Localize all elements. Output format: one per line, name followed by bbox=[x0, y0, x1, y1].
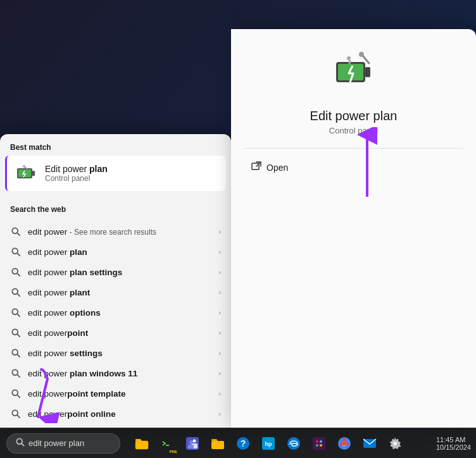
app-icon-large bbox=[329, 48, 379, 99]
clock: 11:45 AM10/15/2024 bbox=[436, 436, 471, 451]
web-item-4[interactable]: edit power options › bbox=[0, 302, 231, 323]
search-icon-2 bbox=[10, 266, 22, 278]
taskbar-search[interactable]: edit power plan bbox=[6, 433, 120, 454]
svg-point-4 bbox=[23, 165, 25, 168]
right-panel-title: Edit power plan bbox=[310, 109, 398, 123]
svg-line-34 bbox=[22, 443, 24, 446]
web-item-text-2: edit power plan settings bbox=[28, 268, 218, 277]
svg-line-6 bbox=[17, 233, 20, 235]
svg-text:?: ? bbox=[241, 438, 246, 449]
desktop: Best match bbox=[0, 0, 476, 458]
taskbar-icon-help[interactable]: ? bbox=[232, 432, 254, 455]
svg-point-54 bbox=[320, 444, 322, 447]
taskbar-icon-chrome[interactable] bbox=[333, 432, 356, 455]
taskbar-icon-edge[interactable] bbox=[282, 432, 305, 455]
search-icon-4 bbox=[10, 307, 22, 318]
web-item-arrow-5: › bbox=[218, 329, 221, 337]
svg-point-42 bbox=[189, 440, 193, 444]
svg-point-51 bbox=[316, 440, 318, 443]
taskbar-icon-file-explorer[interactable] bbox=[130, 432, 153, 455]
svg-line-12 bbox=[17, 294, 20, 296]
svg-rect-27 bbox=[365, 67, 370, 77]
web-item-0[interactable]: edit power - See more search results › bbox=[0, 221, 231, 242]
web-item-2[interactable]: edit power plan settings › bbox=[0, 262, 231, 282]
svg-rect-30 bbox=[252, 163, 259, 170]
web-item-text-6: edit power settings bbox=[28, 349, 218, 358]
svg-line-16 bbox=[17, 334, 20, 337]
web-item-arrow-9: › bbox=[218, 410, 221, 418]
web-item-arrow-3: › bbox=[218, 288, 221, 296]
search-icon-6 bbox=[10, 347, 22, 359]
svg-point-40 bbox=[193, 439, 196, 442]
best-match-text: Edit power plan Control panel bbox=[45, 164, 108, 183]
svg-point-52 bbox=[320, 440, 322, 443]
right-panel: Edit power plan Control panel Open bbox=[231, 29, 476, 428]
taskbar-icon-folder[interactable] bbox=[206, 432, 229, 455]
svg-rect-43 bbox=[188, 445, 194, 449]
svg-text:hp: hp bbox=[265, 441, 272, 447]
web-item-text-0: edit power - See more search results bbox=[28, 227, 218, 237]
svg-line-10 bbox=[17, 273, 20, 276]
svg-rect-37 bbox=[161, 438, 173, 449]
search-icon-0 bbox=[10, 226, 22, 237]
best-match-result[interactable]: Edit power plan Control panel bbox=[5, 156, 226, 191]
web-item-arrow-0: › bbox=[218, 228, 221, 235]
open-label: Open bbox=[266, 163, 288, 173]
search-icon-3 bbox=[10, 287, 22, 298]
svg-point-28 bbox=[347, 56, 351, 60]
svg-rect-35 bbox=[135, 441, 148, 449]
web-item-5[interactable]: edit powerpoint › bbox=[0, 323, 231, 343]
open-icon bbox=[251, 161, 261, 173]
web-item-1[interactable]: edit power plan › bbox=[0, 242, 231, 262]
svg-line-8 bbox=[17, 253, 20, 256]
svg-rect-50 bbox=[313, 437, 325, 450]
web-section-label: Search the web bbox=[0, 196, 231, 218]
web-item-arrow-7: › bbox=[218, 369, 221, 377]
taskbar-icon-settings[interactable] bbox=[384, 432, 406, 455]
taskbar-icons: PRE bbox=[130, 432, 406, 455]
svg-rect-2 bbox=[32, 171, 35, 176]
web-item-text-1: edit power plan bbox=[28, 247, 218, 257]
svg-rect-44 bbox=[211, 441, 224, 449]
taskbar-right: 11:45 AM10/15/2024 bbox=[436, 436, 476, 451]
taskbar-icon-mail[interactable] bbox=[358, 432, 381, 455]
svg-line-14 bbox=[17, 314, 20, 316]
best-match-title: Edit power plan bbox=[45, 164, 108, 174]
svg-point-53 bbox=[316, 444, 318, 447]
taskbar-icon-teams[interactable] bbox=[181, 432, 204, 455]
web-item-arrow-2: › bbox=[218, 268, 221, 276]
search-icon-1 bbox=[10, 246, 22, 257]
svg-rect-1 bbox=[18, 170, 31, 177]
svg-point-29 bbox=[359, 52, 364, 57]
taskbar-icon-slack[interactable] bbox=[308, 432, 330, 455]
annotation-arrow-down bbox=[9, 366, 60, 423]
web-item-arrow-4: › bbox=[218, 309, 221, 316]
web-item-arrow-8: › bbox=[218, 390, 221, 397]
taskbar-search-text: edit power plan bbox=[28, 438, 84, 448]
web-item-text-3: edit power plant bbox=[28, 288, 218, 297]
web-item-arrow-6: › bbox=[218, 349, 221, 357]
best-match-subtitle: Control panel bbox=[45, 174, 108, 183]
taskbar: edit power plan PRE bbox=[0, 428, 476, 458]
taskbar-icon-terminal[interactable]: PRE bbox=[156, 432, 178, 455]
annotation-arrow-up bbox=[348, 127, 386, 197]
taskbar-icon-hp[interactable]: hp bbox=[257, 432, 280, 455]
open-button[interactable]: Open bbox=[244, 156, 296, 178]
best-match-label: Best match bbox=[0, 134, 231, 156]
web-item-3[interactable]: edit power plant › bbox=[0, 282, 231, 302]
web-item-text-5: edit powerpoint bbox=[28, 328, 218, 338]
best-match-app-icon bbox=[13, 161, 39, 186]
taskbar-search-icon bbox=[16, 438, 25, 449]
search-icon-5 bbox=[10, 327, 22, 338]
web-item-6[interactable]: edit power settings › bbox=[0, 343, 231, 363]
web-item-text-4: edit power options bbox=[28, 308, 218, 318]
svg-line-18 bbox=[17, 354, 20, 357]
web-item-arrow-1: › bbox=[218, 248, 221, 256]
